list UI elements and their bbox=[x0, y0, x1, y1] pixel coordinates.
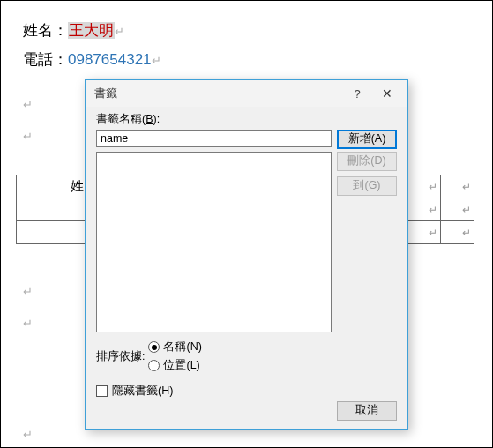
bg-cell: 姓 bbox=[17, 175, 86, 198]
sort-label: 排序依據: bbox=[96, 349, 145, 364]
bookmark-listbox[interactable] bbox=[96, 152, 332, 332]
dialog-body: 書籤名稱(B): 新增(A) 刪除(D) 到(G) 排序依據: 名稱(N) bbox=[86, 107, 407, 407]
dialog-title: 書籤 bbox=[94, 86, 342, 101]
bg-cell: ↵ bbox=[441, 175, 474, 198]
goto-button: 到(G) bbox=[337, 176, 397, 196]
bookmark-name-input[interactable] bbox=[96, 130, 332, 147]
bg-cell: ↵ bbox=[407, 221, 441, 244]
checkbox-icon bbox=[96, 385, 108, 397]
radio-icon bbox=[148, 341, 160, 353]
para-mark: ↵ bbox=[115, 25, 124, 38]
sort-by-location-radio[interactable]: 位置(L) bbox=[148, 358, 201, 373]
phone-line: 電話：0987654321↵ bbox=[23, 48, 470, 73]
bg-cell bbox=[17, 221, 86, 244]
bg-cell: ↵ bbox=[407, 198, 441, 221]
phone-value: 0987654321 bbox=[68, 51, 152, 68]
bg-cell: ↵ bbox=[407, 175, 441, 198]
name-value[interactable]: 王大明 bbox=[68, 22, 115, 39]
checkbox-label: 隱藏書籤(H) bbox=[112, 384, 173, 399]
bookmark-name-label: 書籤名稱(B): bbox=[96, 112, 397, 127]
radio-label: 位置(L) bbox=[163, 358, 199, 373]
add-button[interactable]: 新增(A) bbox=[337, 130, 397, 149]
phone-label: 電話： bbox=[23, 51, 68, 68]
sort-row: 排序依據: 名稱(N) 位置(L) bbox=[96, 340, 397, 373]
document-area: 姓名：王大明↵ 電話：0987654321↵ bbox=[1, 1, 492, 91]
name-label: 姓名： bbox=[23, 22, 68, 39]
help-button[interactable]: ? bbox=[342, 87, 372, 101]
hidden-bookmarks-checkbox[interactable]: 隱藏書籤(H) bbox=[96, 384, 397, 399]
close-button[interactable]: ✕ bbox=[372, 86, 402, 101]
radio-icon bbox=[148, 360, 160, 371]
name-line: 姓名：王大明↵ bbox=[23, 19, 470, 44]
sort-by-name-radio[interactable]: 名稱(N) bbox=[148, 340, 201, 355]
background-table-left: 姓 bbox=[16, 175, 86, 244]
delete-button: 刪除(D) bbox=[337, 152, 397, 171]
bg-cell bbox=[17, 198, 86, 221]
para-mark: ↵ bbox=[152, 54, 161, 67]
dialog-titlebar[interactable]: 書籤 ? ✕ bbox=[86, 80, 407, 107]
bg-cell: ↵ bbox=[441, 198, 474, 221]
para-marks-column: ↵ ↵ ↵ ↵ ↵ bbox=[23, 89, 33, 448]
background-table-right: ↵↵ ↵↵ ↵↵ bbox=[407, 175, 474, 244]
radio-label: 名稱(N) bbox=[163, 340, 201, 355]
bg-cell: ↵ bbox=[441, 221, 474, 244]
bookmark-dialog: 書籤 ? ✕ 書籤名稱(B): 新增(A) 刪除(D) 到(G) 排序依據: 名… bbox=[85, 79, 408, 430]
cancel-button[interactable]: 取消 bbox=[337, 401, 397, 421]
